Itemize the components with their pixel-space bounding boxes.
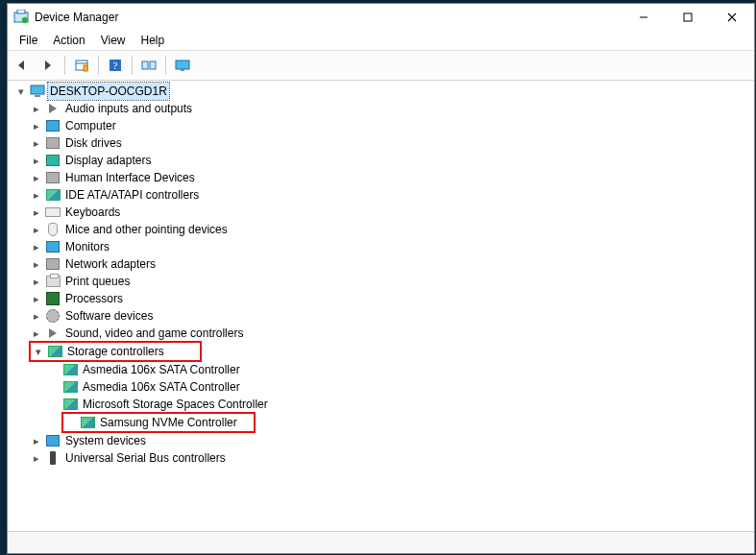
controller-icon — [45, 187, 61, 203]
properties-button[interactable] — [70, 54, 93, 77]
tree-node-display[interactable]: ▸ Display adapters — [10, 152, 752, 169]
help-button[interactable]: ? — [104, 54, 127, 77]
tree-root-label[interactable]: DESKTOP-OOCGD1R — [48, 83, 169, 100]
tree-node-monitors[interactable]: ▸ Monitors — [10, 238, 752, 255]
tree-node-label[interactable]: Disk drives — [63, 134, 124, 152]
tree-leaf-samsung[interactable]: Samsung NVMe Controller — [63, 414, 254, 431]
tree-node-label[interactable]: Computer — [63, 117, 118, 134]
highlight-box-storage: ▾ Storage controllers — [29, 341, 202, 362]
tree-spacer — [63, 415, 79, 430]
chevron-right-icon[interactable]: ▸ — [29, 326, 44, 341]
tree-leaf-label[interactable]: Microsoft Storage Spaces Controller — [81, 396, 270, 413]
chevron-right-icon[interactable]: ▸ — [29, 187, 44, 203]
chip-icon — [45, 291, 61, 306]
menu-view[interactable]: View — [93, 32, 134, 49]
hid-icon — [45, 170, 61, 185]
chevron-right-icon[interactable]: ▸ — [29, 308, 44, 324]
tree-node-label[interactable]: Sound, video and game controllers — [63, 325, 245, 342]
keyboard-icon — [45, 205, 61, 220]
tree-node-computer[interactable]: ▸ Computer — [10, 117, 752, 134]
tree-node-system[interactable]: ▸ System devices — [10, 432, 752, 449]
menu-help[interactable]: Help — [134, 32, 173, 49]
chevron-right-icon[interactable]: ▸ — [29, 433, 44, 448]
tree-node-label[interactable]: System devices — [63, 432, 148, 449]
back-button[interactable] — [12, 54, 35, 77]
close-button[interactable] — [710, 4, 754, 31]
toolbar: ? — [8, 51, 754, 81]
tree-node-label[interactable]: Human Interface Devices — [63, 169, 197, 186]
tree-node-label[interactable]: Print queues — [63, 273, 132, 290]
svg-rect-14 — [176, 60, 189, 69]
tree-node-software[interactable]: ▸ Software devices — [10, 307, 752, 325]
svg-rect-15 — [181, 69, 184, 71]
tree-node-sound[interactable]: ▸ Sound, video and game controllers — [10, 325, 752, 342]
svg-rect-16 — [31, 85, 44, 94]
tree-spacer — [46, 362, 61, 377]
menu-action[interactable]: Action — [45, 32, 92, 49]
maximize-button[interactable] — [666, 4, 710, 31]
tree-leaf-storage[interactable]: Asmedia 106x SATA Controller — [10, 361, 752, 378]
chevron-down-icon[interactable]: ▾ — [13, 84, 29, 99]
tree-content[interactable]: ▾ DESKTOP-OOCGD1R ▸ Audio inputs and out… — [8, 81, 754, 531]
tree-node-ide[interactable]: ▸ IDE ATA/ATAPI controllers — [10, 186, 752, 204]
chevron-right-icon[interactable]: ▸ — [29, 205, 44, 220]
chevron-right-icon[interactable]: ▸ — [29, 101, 44, 116]
chevron-right-icon[interactable]: ▸ — [29, 450, 44, 466]
tree-leaf-storage[interactable]: Asmedia 106x SATA Controller — [10, 378, 752, 396]
tree-node-label[interactable]: Network adapters — [63, 255, 158, 273]
system-icon — [45, 433, 61, 448]
chevron-right-icon[interactable]: ▸ — [29, 291, 44, 306]
tree-node-mice[interactable]: ▸ Mice and other pointing devices — [10, 221, 752, 238]
tree-node-processors[interactable]: ▸ Processors — [10, 290, 752, 307]
tree-node-disks[interactable]: ▸ Disk drives — [10, 134, 752, 152]
tree-spacer — [46, 397, 61, 412]
forward-button[interactable] — [37, 54, 60, 77]
computer-icon — [30, 84, 45, 99]
tree-node-label[interactable]: Audio inputs and outputs — [63, 100, 194, 117]
chevron-right-icon[interactable]: ▸ — [29, 153, 44, 168]
tree-node-audio[interactable]: ▸ Audio inputs and outputs — [10, 100, 752, 117]
tree-node-keyboards[interactable]: ▸ Keyboards — [10, 204, 752, 221]
tree-leaf-label[interactable]: Samsung NVMe Controller — [98, 414, 239, 431]
speaker-icon — [45, 326, 61, 341]
svg-rect-12 — [142, 61, 148, 69]
minimize-button[interactable] — [622, 4, 666, 31]
svg-point-2 — [22, 17, 28, 23]
tree-node-label[interactable]: Display adapters — [63, 152, 153, 169]
tree-node-label[interactable]: Keyboards — [63, 204, 122, 221]
tree-node-print[interactable]: ▸ Print queues — [10, 273, 752, 290]
svg-rect-13 — [150, 61, 156, 69]
toolbar-separator — [98, 56, 99, 75]
chevron-right-icon[interactable]: ▸ — [29, 256, 44, 272]
chevron-right-icon[interactable]: ▸ — [29, 274, 44, 289]
menu-file[interactable]: File — [12, 32, 45, 49]
tree-node-network[interactable]: ▸ Network adapters — [10, 255, 752, 273]
show-hidden-button[interactable] — [171, 54, 194, 77]
scan-button[interactable] — [137, 54, 160, 77]
tree-node-label[interactable]: Universal Serial Bus controllers — [63, 449, 228, 467]
tree-node-label[interactable]: Storage controllers — [65, 343, 166, 360]
tree-leaf-label[interactable]: Asmedia 106x SATA Controller — [81, 361, 242, 378]
chevron-right-icon[interactable]: ▸ — [29, 118, 44, 133]
controller-icon — [47, 344, 62, 359]
chevron-right-icon[interactable]: ▸ — [29, 222, 44, 237]
tree-node-hid[interactable]: ▸ Human Interface Devices — [10, 169, 752, 186]
tree-node-label[interactable]: Mice and other pointing devices — [63, 221, 230, 238]
svg-rect-4 — [684, 13, 692, 21]
svg-rect-17 — [35, 95, 40, 97]
chevron-down-icon[interactable]: ▾ — [31, 344, 46, 359]
tree-node-label[interactable]: Monitors — [63, 238, 111, 255]
tree-node-label[interactable]: Processors — [63, 290, 125, 307]
tree-node-usb[interactable]: ▸ Universal Serial Bus controllers — [10, 449, 752, 467]
chevron-right-icon[interactable]: ▸ — [29, 170, 44, 185]
highlight-box-samsung: Samsung NVMe Controller — [61, 412, 256, 433]
chevron-right-icon[interactable]: ▸ — [29, 239, 44, 254]
tree-root[interactable]: ▾ DESKTOP-OOCGD1R — [10, 83, 752, 100]
tree-node-storage[interactable]: ▾ Storage controllers — [31, 343, 200, 360]
tree-node-label[interactable]: IDE ATA/ATAPI controllers — [63, 186, 201, 204]
window-title: Device Manager — [35, 11, 622, 24]
tree-leaf-label[interactable]: Asmedia 106x SATA Controller — [81, 378, 242, 396]
chevron-right-icon[interactable]: ▸ — [29, 135, 44, 151]
tree-node-label[interactable]: Software devices — [63, 307, 155, 325]
tree-leaf-storage[interactable]: Microsoft Storage Spaces Controller — [10, 396, 752, 413]
